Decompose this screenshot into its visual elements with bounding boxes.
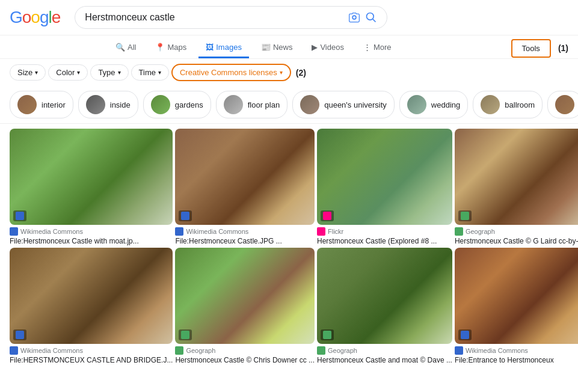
svg-point-1 [367, 13, 374, 20]
image-thumb-1 [10, 129, 173, 225]
image-thumb-6 [175, 248, 315, 344]
tab-videos[interactable]: ▶ Videos [304, 38, 351, 58]
image-wrapper-2 [175, 129, 315, 225]
source-badge-icon-7 [323, 331, 331, 339]
tab-more[interactable]: ⋮ More [356, 38, 399, 58]
chevron-down-icon: ▾ [77, 69, 80, 76]
image-wrapper-6 [175, 248, 315, 344]
image-card-4[interactable]: Geograph Herstmonceux Castle © G Laird c… [455, 129, 578, 245]
chip-thumb-interior [17, 95, 37, 114]
wikimedia-icon-2 [175, 227, 183, 236]
filter-size[interactable]: Size ▾ [10, 64, 46, 81]
news-icon: 📰 [261, 43, 271, 52]
tab-images[interactable]: 🖼 Images [198, 38, 249, 58]
image-thumb-2 [175, 129, 315, 225]
image-card-7[interactable]: Geograph Herstmonceux Castle and moat © … [317, 248, 452, 364]
image-title-3: Herstmonceux Castle (Explored #8 ... [317, 237, 452, 245]
image-thumb-8 [455, 248, 578, 344]
source-badge-icon-3 [323, 212, 331, 220]
chip-university-label: queen's university [324, 100, 387, 109]
filter-license[interactable]: Creative Commons licenses ▾ [171, 64, 291, 81]
image-thumb-5 [10, 248, 173, 344]
chevron-down-icon: ▾ [280, 69, 283, 76]
image-source-8: Wikimedia Commons [455, 346, 578, 355]
svg-point-0 [352, 16, 356, 19]
tab-maps[interactable]: 📍 Maps [148, 38, 194, 58]
chip-inside[interactable]: inside [78, 91, 138, 118]
image-card-6[interactable]: Geograph Herstmonceux Castle © Chris Dow… [175, 248, 315, 364]
image-card-1[interactable]: Wikimedia Commons File:Herstmonceux Cast… [10, 129, 173, 245]
tab-all[interactable]: 🔍 All [108, 38, 143, 58]
image-wrapper-1 [10, 129, 173, 225]
chip-wedding[interactable]: wedding [399, 91, 468, 118]
search-icons [348, 11, 377, 23]
tab-more-label: More [374, 43, 392, 52]
chip-interior[interactable]: interior [10, 91, 73, 118]
image-source-4: Geograph [455, 227, 578, 236]
camera-icon [348, 11, 360, 23]
tab-news[interactable]: 📰 News [254, 38, 300, 58]
image-card-5[interactable]: Wikimedia Commons File:HERSTMONCEUX CAST… [10, 248, 173, 364]
tools-area: Tools (1) [511, 39, 568, 58]
filter-license-label: Creative Commons licenses [180, 68, 277, 77]
source-name-2: Wikimedia Commons [186, 228, 248, 235]
chip-extra[interactable] [547, 91, 578, 118]
tab-all-label: All [128, 43, 136, 52]
search-bar [75, 6, 387, 29]
image-title-6: Herstmonceux Castle © Chris Downer cc ..… [175, 356, 315, 364]
svg-line-2 [373, 19, 376, 22]
annotation-1: (1) [558, 43, 568, 53]
filter-color-label: Color [56, 68, 75, 77]
image-thumb-3 [317, 129, 452, 225]
google-logo[interactable]: Google [10, 8, 60, 27]
maps-icon: 📍 [155, 43, 165, 52]
image-wrapper-4 [455, 129, 578, 225]
image-title-5: File:HERSTMONCEUX CASTLE AND BRIDGE.J... [10, 356, 173, 364]
image-source-7: Geograph [317, 346, 452, 355]
wikimedia-icon-1 [10, 227, 18, 236]
image-title-2: File:Herstmonceux Castle.JPG ... [175, 237, 315, 245]
videos-icon: ▶ [312, 43, 318, 52]
filter-type[interactable]: Type ▾ [90, 64, 128, 81]
image-wrapper-8 [455, 248, 578, 344]
camera-search-button[interactable] [348, 11, 360, 23]
image-source-1: Wikimedia Commons [10, 227, 173, 236]
source-badge-icon-5 [16, 331, 24, 339]
tools-button[interactable]: Tools [511, 39, 551, 58]
chip-thumb-floorplan [224, 95, 243, 114]
source-badge-icon-1 [16, 212, 24, 220]
chip-ballroom[interactable]: ballroom [473, 91, 543, 118]
image-source-6: Geograph [175, 346, 315, 355]
search-mag-icon [365, 11, 377, 23]
chevron-down-icon: ▾ [158, 69, 161, 76]
image-card-8[interactable]: Wikimedia Commons File:Entrance to Herst… [455, 248, 578, 364]
chip-thumb-extra [555, 95, 574, 114]
chip-gardens[interactable]: gardens [143, 91, 211, 118]
flickr-icon-3 [317, 227, 325, 236]
chip-thumb-inside [86, 95, 105, 114]
image-card-3[interactable]: Flickr Herstmonceux Castle (Explored #8 … [317, 129, 452, 245]
filter-color[interactable]: Color ▾ [48, 64, 88, 81]
chip-thumb-university [300, 95, 319, 114]
annotation-2: (2) [296, 68, 306, 78]
search-button[interactable] [365, 11, 377, 23]
source-badge-icon-6 [181, 331, 189, 339]
image-wrapper-5 [10, 248, 173, 344]
search-input[interactable] [85, 12, 343, 23]
image-wrapper-3 [317, 129, 452, 225]
chip-floorplan[interactable]: floor plan [216, 91, 287, 118]
images-icon: 🖼 [206, 43, 214, 52]
filter-time[interactable]: Time ▾ [131, 64, 169, 81]
chip-wedding-label: wedding [431, 100, 460, 109]
image-card-2[interactable]: Wikimedia Commons File:Herstmonceux Cast… [175, 129, 315, 245]
source-name-4: Geograph [466, 228, 495, 235]
chip-thumb-gardens [151, 95, 170, 114]
chevron-down-icon: ▾ [118, 69, 121, 76]
image-wrapper-7 [317, 248, 452, 344]
chip-gardens-label: gardens [175, 100, 203, 109]
chip-university[interactable]: queen's university [292, 91, 395, 118]
chip-interior-label: interior [42, 100, 66, 109]
tab-news-label: News [273, 43, 293, 52]
all-icon: 🔍 [115, 43, 125, 52]
image-title-4: Herstmonceux Castle © G Laird cc-by-... [455, 237, 578, 245]
